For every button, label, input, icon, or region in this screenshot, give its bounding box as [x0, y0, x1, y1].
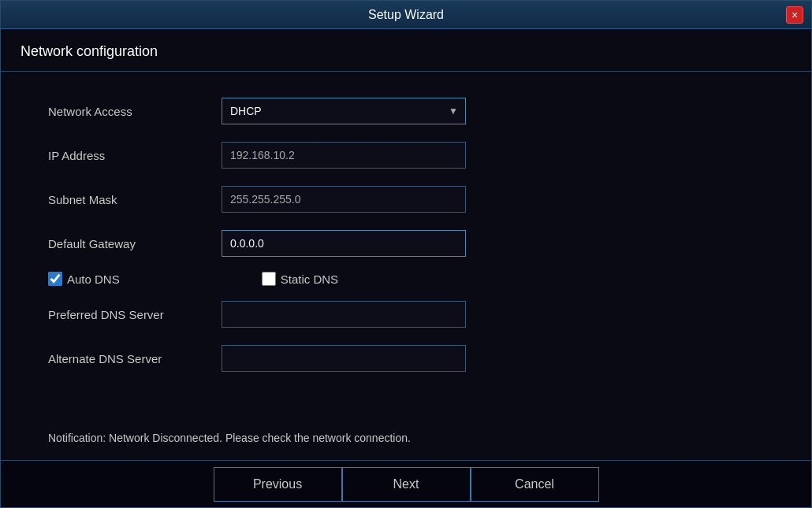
ip-address-label: IP Address — [48, 149, 222, 162]
alternate-dns-input[interactable] — [222, 345, 466, 372]
subnet-mask-control — [222, 186, 466, 213]
preferred-dns-input[interactable] — [222, 301, 466, 328]
subnet-mask-row: Subnet Mask — [48, 184, 764, 215]
network-access-label: Network Access — [48, 105, 222, 118]
auto-dns-group: Auto DNS — [48, 272, 120, 286]
default-gateway-row: Default Gateway — [48, 228, 764, 259]
subnet-mask-input[interactable] — [222, 186, 466, 213]
network-access-select[interactable]: DHCP Static — [222, 98, 466, 124]
footer: Previous Next Cancel — [1, 460, 811, 507]
preferred-dns-control — [222, 301, 466, 328]
static-dns-label: Static DNS — [281, 273, 338, 286]
static-dns-checkbox[interactable] — [262, 272, 276, 286]
notification-text: Notification: Network Disconnected. Plea… — [48, 416, 764, 444]
dns-checkboxes-row: Auto DNS Static DNS — [48, 272, 764, 286]
ip-address-control — [222, 142, 466, 169]
ip-address-row: IP Address — [48, 139, 764, 171]
default-gateway-control — [222, 230, 466, 257]
previous-button[interactable]: Previous — [214, 467, 342, 502]
title-bar: Setup Wizard × — [1, 1, 811, 29]
network-access-row: Network Access DHCP Static — [48, 95, 764, 127]
alternate-dns-row: Alternate DNS Server — [48, 343, 764, 374]
network-access-select-wrapper: DHCP Static — [222, 98, 466, 124]
close-button[interactable]: × — [786, 6, 803, 24]
alternate-dns-label: Alternate DNS Server — [48, 352, 222, 365]
alternate-dns-control — [222, 345, 466, 372]
cancel-button[interactable]: Cancel — [471, 467, 599, 502]
close-icon: × — [792, 9, 798, 21]
subnet-mask-label: Subnet Mask — [48, 193, 222, 206]
auto-dns-label: Auto DNS — [67, 273, 120, 286]
section-title: Network configuration — [20, 43, 158, 59]
form-content: Network Access DHCP Static IP Address Su… — [1, 72, 811, 460]
auto-dns-checkbox[interactable] — [48, 272, 62, 286]
static-dns-group: Static DNS — [262, 272, 338, 286]
section-header: Network configuration — [1, 29, 811, 72]
preferred-dns-label: Preferred DNS Server — [48, 308, 222, 321]
preferred-dns-row: Preferred DNS Server — [48, 298, 764, 330]
setup-wizard-dialog: Setup Wizard × Network configuration Net… — [0, 0, 812, 508]
default-gateway-input[interactable] — [222, 230, 466, 257]
dialog-title: Setup Wizard — [26, 8, 786, 22]
next-button[interactable]: Next — [342, 467, 471, 502]
default-gateway-label: Default Gateway — [48, 237, 222, 250]
ip-address-input[interactable] — [222, 142, 466, 169]
